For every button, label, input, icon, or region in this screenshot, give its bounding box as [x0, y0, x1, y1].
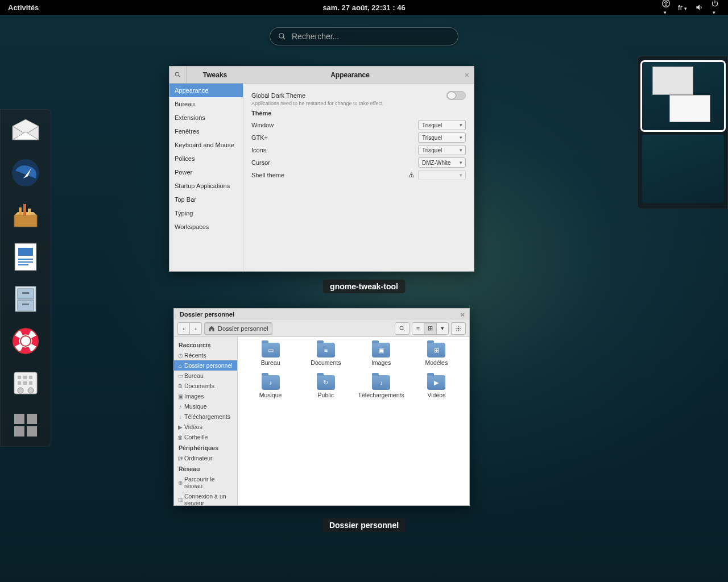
network-icon: ⊕ — [177, 480, 184, 486]
folder-item[interactable]: ↓Téléchargements — [357, 375, 406, 398]
files-titlebar[interactable]: Dossier personnel × — [174, 309, 469, 320]
browser-icon — [11, 158, 40, 188]
apps-grid-icon — [14, 414, 37, 436]
tweaks-titlebar[interactable]: Tweaks Appearance × — [169, 66, 474, 84]
view-grid-button[interactable]: ⊞ — [424, 322, 437, 335]
dash-app-settings[interactable] — [10, 368, 41, 398]
sidebar-downloads[interactable]: ↓Téléchargements — [174, 411, 237, 422]
search-icon — [399, 325, 406, 332]
folder-item[interactable]: ≡Documents — [301, 343, 350, 366]
svg-rect-8 — [15, 243, 36, 271]
computer-icon: 🖳 — [177, 455, 184, 462]
folder-name: Modèles — [425, 359, 448, 366]
sidebar-connect-server[interactable]: ⊟Connexion à un serveur — [174, 491, 237, 508]
sidebar-desktop[interactable]: ▭Bureau — [174, 371, 237, 381]
trash-icon: 🗑 — [177, 434, 184, 440]
accessibility-menu[interactable]: ▾ — [662, 0, 670, 16]
sidebar-recent[interactable]: ◷Récents — [174, 350, 237, 360]
folder-item[interactable]: ▣Images — [357, 343, 406, 366]
dash-app-software[interactable] — [10, 199, 41, 230]
global-dark-toggle[interactable] — [446, 91, 466, 100]
files-window-label: Dossier personnel — [322, 518, 406, 532]
workspace-2[interactable] — [642, 135, 724, 203]
folder-item[interactable]: ♪Musique — [246, 375, 295, 398]
svg-point-18 — [18, 388, 23, 393]
folder-icon: ▶ — [427, 375, 445, 390]
row-shell-select — [418, 170, 466, 180]
search-button[interactable] — [395, 322, 410, 335]
view-options-button[interactable]: ▾ — [436, 322, 449, 335]
sidebar-images[interactable]: ▣Images — [174, 391, 237, 401]
nav-back-button[interactable]: ‹ — [177, 322, 190, 335]
volume-icon — [695, 3, 703, 11]
sidebar-header-network: Réseau — [174, 463, 237, 474]
sidebar-home[interactable]: ⌂Dossier personnel — [174, 360, 237, 371]
row-icons-select[interactable]: Trisquel — [418, 145, 466, 155]
overview-search[interactable]: Rechercher... — [270, 27, 458, 45]
sidebar-item-fenetres[interactable]: Fenêtres — [169, 124, 243, 138]
dash-app-files[interactable] — [10, 284, 41, 314]
sidebar-browse-network[interactable]: ⊕Parcourir le réseau — [174, 474, 237, 491]
row-gtk-select[interactable]: Trisquel — [418, 132, 466, 143]
files-window[interactable]: Dossier personnel × ‹ › Dossier personne… — [173, 308, 470, 506]
folder-item[interactable]: ▭Bureau — [246, 343, 295, 366]
dash-app-browser[interactable] — [10, 157, 41, 188]
close-icon[interactable]: × — [465, 70, 469, 80]
dash-show-apps[interactable] — [10, 410, 41, 440]
tweaks-sidebar: Appearance Bureau Extensions Fenêtres Ke… — [169, 84, 243, 271]
sidebar-item-polices[interactable]: Polices — [169, 152, 243, 165]
sidebar-computer[interactable]: 🖳Ordinateur — [174, 453, 237, 463]
sidebar-item-appearance[interactable]: Appearance — [169, 84, 243, 97]
path-button[interactable]: Dossier personnel — [204, 322, 272, 335]
folder-name: Vidéos — [427, 392, 445, 398]
power-menu[interactable]: ▾ — [711, 0, 719, 16]
preferences-button[interactable] — [451, 322, 466, 335]
files-content[interactable]: ▭Bureau≡Documents▣Images⊞Modèles♪Musique… — [238, 337, 469, 505]
dash-app-writer[interactable] — [10, 242, 41, 272]
document-icon: 🗎 — [177, 383, 184, 389]
sidebar-header-shortcuts: Raccourcis — [174, 339, 237, 350]
search-icon — [174, 71, 181, 78]
folder-item[interactable]: ↻Public — [301, 375, 350, 398]
sidebar-documents[interactable]: 🗎Documents — [174, 381, 237, 391]
clock[interactable]: sam. 27 août, 22:31 : 46 — [322, 3, 405, 12]
sidebar-videos[interactable]: ▶Vidéos — [174, 422, 237, 432]
folder-item[interactable]: ▶Vidéos — [412, 375, 461, 398]
row-window-label: Window — [251, 122, 418, 128]
sidebar-item-startup[interactable]: Startup Applications — [169, 179, 243, 193]
sidebar-item-power[interactable]: Power — [169, 165, 243, 179]
dash-app-help[interactable] — [10, 326, 41, 356]
sidebar-item-topbar[interactable]: Top Bar — [169, 193, 243, 206]
tweaks-window[interactable]: Tweaks Appearance × Appearance Bureau Ex… — [169, 66, 474, 272]
chevron-right-icon: › — [195, 325, 197, 332]
server-icon: ⊟ — [177, 497, 184, 503]
folder-name: Musique — [259, 392, 282, 398]
music-icon: ♪ — [177, 404, 184, 410]
sidebar-item-bureau[interactable]: Bureau — [169, 97, 243, 111]
tweaks-app-title: Tweaks — [187, 71, 243, 79]
close-icon[interactable]: × — [460, 310, 465, 319]
clock-icon: ◷ — [177, 352, 184, 359]
svg-rect-6 — [23, 204, 26, 215]
nav-forward-button[interactable]: › — [189, 322, 202, 335]
files-title: Dossier personnel — [180, 311, 234, 318]
keyboard-layout-menu[interactable]: fr▾ — [678, 3, 687, 12]
volume-menu[interactable] — [695, 3, 703, 11]
sidebar-music[interactable]: ♪Musique — [174, 401, 237, 411]
folder-icon: ♪ — [262, 375, 280, 390]
activities-button[interactable]: Activités — [0, 3, 47, 12]
view-list-button[interactable]: ≡ — [412, 322, 424, 335]
sidebar-item-typing[interactable]: Typing — [169, 206, 243, 220]
sidebar-item-keyboard[interactable]: Keyboard and Mouse — [169, 138, 243, 152]
row-cursor-select[interactable]: DMZ-White — [418, 157, 466, 168]
sidebar-item-extensions[interactable]: Extensions — [169, 111, 243, 124]
tweaks-search-button[interactable] — [169, 66, 187, 84]
row-window-select[interactable]: Trisquel — [418, 120, 466, 130]
svg-rect-9 — [18, 248, 33, 256]
dash-app-mail[interactable] — [10, 115, 41, 146]
workspace-1[interactable] — [642, 62, 724, 130]
folder-item[interactable]: ⊞Modèles — [412, 343, 461, 366]
sidebar-trash[interactable]: 🗑Corbeille — [174, 432, 237, 442]
search-icon — [278, 32, 286, 40]
sidebar-item-workspaces[interactable]: Workspaces — [169, 220, 243, 234]
